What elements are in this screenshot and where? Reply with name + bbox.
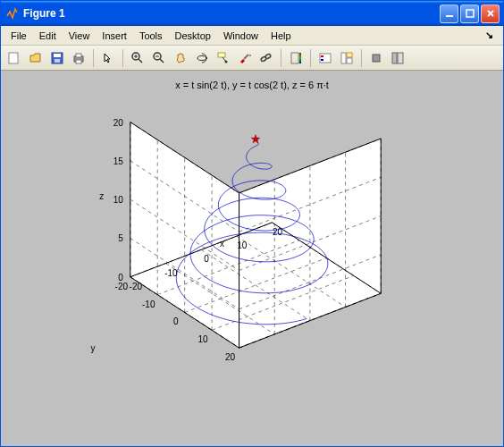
- svg-text:5: 5: [118, 233, 123, 243]
- show-tools-icon[interactable]: [388, 48, 407, 68]
- svg-text:z: z: [99, 191, 104, 201]
- start-marker: [251, 135, 260, 143]
- svg-rect-6: [55, 59, 60, 63]
- svg-text:10: 10: [237, 240, 248, 250]
- pan-icon[interactable]: [171, 48, 190, 68]
- svg-text:10: 10: [198, 334, 209, 344]
- plot-tools-icon[interactable]: [337, 48, 357, 68]
- svg-point-14: [225, 60, 228, 63]
- menu-file[interactable]: File: [4, 29, 33, 43]
- svg-point-16: [265, 53, 271, 58]
- svg-text:20: 20: [273, 227, 283, 237]
- colorbar-icon[interactable]: [286, 48, 306, 68]
- dock-icon[interactable]: ↘: [479, 28, 500, 43]
- open-icon[interactable]: [26, 48, 46, 68]
- titlebar[interactable]: Figure 1: [1, 1, 503, 26]
- chart-title: x = t sin(2 t), y = t cos(2 t), z = 6 π·…: [175, 80, 329, 90]
- svg-text:0: 0: [118, 273, 123, 283]
- print-icon[interactable]: [69, 48, 88, 68]
- svg-rect-19: [320, 54, 331, 63]
- matlab-icon: [4, 6, 19, 21]
- svg-rect-23: [347, 53, 352, 57]
- maximize-button[interactable]: [460, 4, 479, 23]
- minimize-button[interactable]: [440, 4, 458, 23]
- separator: [281, 49, 281, 67]
- brush-icon[interactable]: [235, 48, 255, 68]
- svg-rect-21: [321, 59, 323, 61]
- svg-rect-27: [398, 53, 403, 63]
- figure-window: Figure 1 File Edit View Insert Tools Des…: [0, 0, 504, 447]
- menu-tools[interactable]: Tools: [133, 29, 169, 43]
- save-icon[interactable]: [47, 48, 67, 68]
- pointer-icon[interactable]: [98, 48, 118, 68]
- menu-help[interactable]: Help: [265, 29, 298, 43]
- svg-rect-1: [446, 15, 453, 17]
- svg-text:-10: -10: [142, 299, 155, 309]
- svg-text:15: 15: [113, 156, 124, 166]
- svg-rect-5: [54, 54, 61, 57]
- svg-text:x: x: [220, 239, 224, 249]
- menu-desktop[interactable]: Desktop: [169, 29, 217, 43]
- svg-rect-26: [392, 53, 397, 63]
- window-title: Figure 1: [23, 7, 440, 20]
- svg-rect-8: [76, 54, 81, 57]
- svg-rect-20: [321, 55, 323, 57]
- svg-rect-2: [466, 10, 474, 17]
- separator: [361, 49, 362, 67]
- plot-3d[interactable]: x = t sin(2 t), y = t cos(2 t), z = 6 π·…: [1, 71, 503, 446]
- axes-area[interactable]: x = t sin(2 t), y = t cos(2 t), z = 6 π·…: [1, 71, 503, 446]
- svg-text:20: 20: [225, 352, 236, 362]
- svg-text:0: 0: [173, 316, 179, 326]
- link-icon[interactable]: [256, 48, 276, 68]
- svg-rect-17: [291, 53, 298, 63]
- zoom-out-icon[interactable]: [149, 48, 169, 68]
- menu-view[interactable]: View: [63, 29, 97, 43]
- svg-text:-20: -20: [130, 282, 143, 291]
- svg-text:20: 20: [113, 118, 124, 128]
- svg-rect-18: [299, 53, 301, 63]
- svg-rect-24: [347, 58, 352, 63]
- svg-text:-20: -20: [115, 282, 129, 291]
- svg-text:10: 10: [113, 195, 124, 205]
- svg-text:-10: -10: [164, 268, 178, 278]
- menu-edit[interactable]: Edit: [33, 29, 63, 43]
- separator: [122, 49, 123, 67]
- hide-tools-icon[interactable]: [366, 48, 386, 68]
- close-button[interactable]: [481, 4, 500, 23]
- toolbar: [1, 46, 503, 71]
- legend-icon[interactable]: [315, 48, 335, 68]
- svg-rect-25: [373, 55, 380, 62]
- separator: [93, 49, 94, 67]
- menu-insert[interactable]: Insert: [96, 29, 133, 43]
- svg-rect-9: [76, 60, 81, 63]
- svg-point-12: [197, 55, 206, 60]
- new-figure-icon[interactable]: [4, 48, 24, 68]
- menubar: File Edit View Insert Tools Desktop Wind…: [1, 26, 503, 46]
- window-controls: [440, 4, 500, 23]
- svg-rect-13: [218, 53, 225, 57]
- separator: [310, 49, 311, 67]
- svg-text:y: y: [91, 343, 96, 353]
- svg-rect-22: [341, 53, 346, 63]
- svg-point-0: [8, 16, 11, 19]
- svg-text:0: 0: [204, 254, 209, 264]
- data-cursor-icon[interactable]: [214, 48, 233, 68]
- menu-window[interactable]: Window: [217, 29, 265, 43]
- zoom-in-icon[interactable]: [128, 48, 147, 68]
- rotate3d-icon[interactable]: [192, 48, 212, 68]
